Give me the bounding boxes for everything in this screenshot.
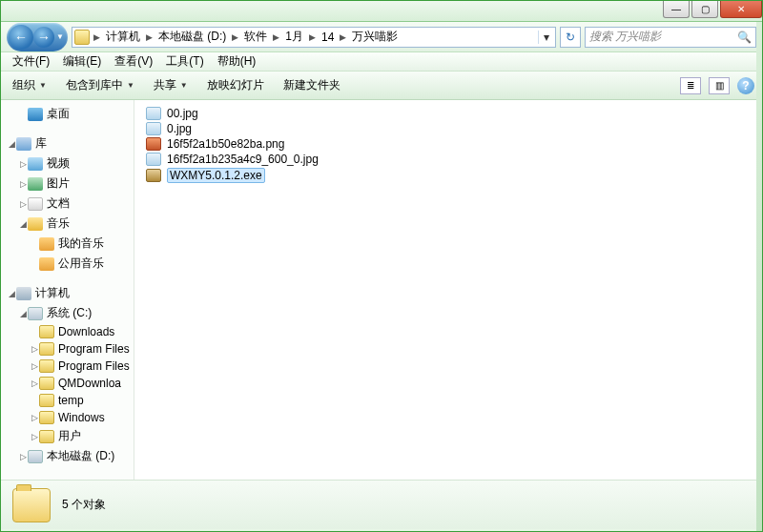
search-icon[interactable]: 🔍 xyxy=(737,31,752,44)
file-name: 0.jpg xyxy=(167,122,192,135)
music-folder-icon xyxy=(39,257,54,271)
navigation-pane[interactable]: 桌面 ◢库 ▷视频 ▷图片 ▷文档 ◢音乐 我的音乐 公用音乐 ◢计算机 ◢系统… xyxy=(1,100,134,480)
explorer-window: — ▢ ✕ ← → ▼ ▶ 计算机 ▶ 本地磁盘 (D:) ▶ 软件 ▶ 1月 … xyxy=(0,0,763,532)
search-box[interactable]: 搜索 万兴喵影 🔍 xyxy=(585,27,756,48)
chevron-right-icon[interactable]: ▶ xyxy=(92,32,102,42)
pictures-icon xyxy=(28,177,43,191)
folder-tree: 桌面 ◢库 ▷视频 ▷图片 ▷文档 ◢音乐 我的音乐 公用音乐 ◢计算机 ◢系统… xyxy=(1,104,134,466)
file-item[interactable]: 00.jpg xyxy=(144,106,753,121)
details-pane: 5 个对象 xyxy=(1,480,762,529)
tree-item-documents[interactable]: ▷文档 xyxy=(1,194,134,214)
tree-item-videos[interactable]: ▷视频 xyxy=(1,153,134,174)
library-icon xyxy=(16,137,31,151)
breadcrumb-item[interactable]: 1月 xyxy=(281,29,307,45)
object-count-text: 5 个对象 xyxy=(62,497,106,513)
tree-item-folder[interactable]: ▷Program Files xyxy=(1,358,134,375)
folder-icon xyxy=(74,30,90,45)
documents-icon xyxy=(28,197,43,211)
tree-item-folder[interactable]: ▷用户 xyxy=(1,426,134,446)
png-file-icon xyxy=(146,137,161,151)
menu-edit[interactable]: 编辑(E) xyxy=(57,51,107,72)
nav-history-dropdown[interactable]: ▼ xyxy=(54,32,66,41)
tree-item-drive-c[interactable]: ◢系统 (C:) xyxy=(1,303,134,323)
folder-icon xyxy=(39,394,54,407)
include-in-library-button[interactable]: 包含到库中▼ xyxy=(62,75,138,95)
music-icon xyxy=(28,217,43,231)
menu-bar: 文件(F) 编辑(E) 查看(V) 工具(T) 帮助(H) xyxy=(1,52,762,72)
folder-icon xyxy=(39,411,54,424)
file-item[interactable]: 16f5f2a1b235a4c9_600_0.jpg xyxy=(144,152,753,167)
computer-icon xyxy=(16,287,31,300)
breadcrumb-item[interactable]: 计算机 xyxy=(102,29,144,45)
chevron-right-icon[interactable]: ▶ xyxy=(338,32,348,42)
tree-item-folder[interactable]: ▷Windows xyxy=(1,409,134,426)
jpg-file-icon xyxy=(146,122,161,135)
refresh-button[interactable]: ↻ xyxy=(560,27,581,48)
back-button[interactable]: ← xyxy=(9,25,33,50)
breadcrumb-item[interactable]: 软件 xyxy=(240,29,271,45)
file-item[interactable]: 16f5f2a1b50e82ba.png xyxy=(144,136,753,152)
new-folder-button[interactable]: 新建文件夹 xyxy=(279,75,344,95)
file-item[interactable]: WXMY5.0.1.2.exe xyxy=(144,167,753,184)
file-name: 00.jpg xyxy=(167,107,198,120)
chevron-right-icon[interactable]: ▶ xyxy=(230,32,240,42)
folder-icon xyxy=(39,377,54,390)
close-button[interactable]: ✕ xyxy=(720,1,762,18)
menu-view[interactable]: 查看(V) xyxy=(109,51,158,72)
tree-item-libraries[interactable]: ◢库 xyxy=(1,133,134,153)
minimize-button[interactable]: — xyxy=(663,1,690,18)
tree-item-pictures[interactable]: ▷图片 xyxy=(1,174,134,194)
menu-help[interactable]: 帮助(H) xyxy=(212,51,262,72)
tree-item-my-music[interactable]: 我的音乐 xyxy=(1,234,134,254)
tree-item-folder[interactable]: temp xyxy=(1,392,134,409)
chevron-right-icon[interactable]: ▶ xyxy=(144,32,155,42)
folder-icon xyxy=(39,325,54,338)
tree-item-public-music[interactable]: 公用音乐 xyxy=(1,254,134,274)
chevron-right-icon[interactable]: ▶ xyxy=(307,32,318,42)
breadcrumb-item[interactable]: 14 xyxy=(318,31,338,44)
search-placeholder: 搜索 万兴喵影 xyxy=(589,29,661,45)
jpg-file-icon xyxy=(146,153,161,166)
file-list-pane[interactable]: 00.jpg0.jpg16f5f2a1b50e82ba.png16f5f2a1b… xyxy=(134,100,762,480)
tree-item-folder[interactable]: Downloads xyxy=(1,323,134,340)
breadcrumb-item[interactable]: 本地磁盘 (D:) xyxy=(155,29,230,45)
slideshow-button[interactable]: 放映幻灯片 xyxy=(203,75,268,95)
preview-pane-button[interactable]: ▥ xyxy=(709,77,730,94)
change-view-button[interactable]: ≣ xyxy=(680,77,701,94)
share-button[interactable]: 共享▼ xyxy=(150,75,192,95)
breadcrumb-dropdown[interactable]: ▾ xyxy=(538,31,553,44)
tree-item-music[interactable]: ◢音乐 xyxy=(1,214,134,234)
folder-icon xyxy=(39,359,54,373)
window-right-border xyxy=(756,22,762,531)
forward-button[interactable]: → xyxy=(33,27,54,48)
breadcrumb-bar[interactable]: ▶ 计算机 ▶ 本地磁盘 (D:) ▶ 软件 ▶ 1月 ▶ 14 ▶ 万兴喵影 … xyxy=(72,27,556,48)
music-folder-icon xyxy=(39,237,54,251)
folder-icon xyxy=(39,342,54,356)
file-name: 16f5f2a1b235a4c9_600_0.jpg xyxy=(167,153,319,166)
help-button[interactable]: ? xyxy=(737,77,754,94)
menu-tools[interactable]: 工具(T) xyxy=(160,51,209,72)
videos-icon xyxy=(28,157,43,171)
maximize-button[interactable]: ▢ xyxy=(691,1,718,18)
file-name: WXMY5.0.1.2.exe xyxy=(167,168,265,183)
file-item[interactable]: 0.jpg xyxy=(144,121,753,136)
tree-item-computer[interactable]: ◢计算机 xyxy=(1,283,134,303)
jpg-file-icon xyxy=(146,107,161,120)
breadcrumb-item[interactable]: 万兴喵影 xyxy=(348,29,402,45)
organize-button[interactable]: 组织▼ xyxy=(9,75,51,95)
tree-item-folder[interactable]: ▷QMDownloa xyxy=(1,375,134,392)
tree-item-drive-d[interactable]: ▷本地磁盘 (D:) xyxy=(1,446,134,466)
desktop-icon xyxy=(28,108,43,121)
menu-file[interactable]: 文件(F) xyxy=(7,51,55,72)
chevron-right-icon[interactable]: ▶ xyxy=(271,32,281,42)
drive-icon xyxy=(28,307,43,320)
file-name: 16f5f2a1b50e82ba.png xyxy=(167,137,284,151)
folder-icon xyxy=(39,430,54,443)
folder-large-icon xyxy=(12,488,51,522)
nav-buttons: ← → ▼ xyxy=(7,23,68,51)
command-bar: 组织▼ 包含到库中▼ 共享▼ 放映幻灯片 新建文件夹 ≣ ▥ ? xyxy=(1,72,762,100)
file-list: 00.jpg0.jpg16f5f2a1b50e82ba.png16f5f2a1b… xyxy=(144,106,753,184)
window-controls: — ▢ ✕ xyxy=(661,1,762,18)
tree-item-desktop[interactable]: 桌面 xyxy=(1,104,134,124)
tree-item-folder[interactable]: ▷Program Files xyxy=(1,340,134,358)
